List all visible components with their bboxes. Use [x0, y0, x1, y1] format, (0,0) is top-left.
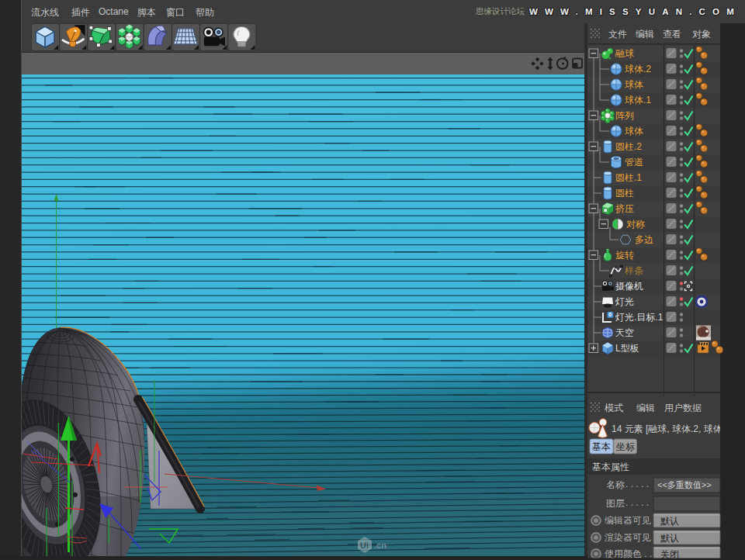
svg-text:多边: 多边: [635, 234, 653, 245]
svg-text:摄像机: 摄像机: [615, 281, 643, 292]
svg-text:. . . . .: . . . . .: [625, 479, 649, 489]
svg-text:球体.1: 球体.1: [625, 95, 651, 105]
svg-text:文件: 文件: [608, 29, 627, 40]
svg-text:使用颜色 . .: 使用颜色 . .: [605, 548, 652, 559]
svg-text:渲染器可见: 渲染器可见: [605, 532, 651, 543]
svg-text:基本: 基本: [592, 441, 611, 452]
svg-text:球体: 球体: [625, 79, 643, 90]
svg-text:挤压: 挤压: [615, 203, 634, 214]
svg-text:编辑: 编辑: [636, 403, 655, 413]
svg-text:模式: 模式: [605, 403, 623, 413]
svg-text:灯光: 灯光: [615, 296, 634, 307]
svg-text:球体.2: 球体.2: [625, 64, 651, 74]
svg-text:Ui: Ui: [360, 541, 369, 550]
svg-text:用户数据: 用户数据: [664, 403, 702, 413]
svg-text:L型板: L型板: [615, 343, 639, 354]
svg-text:圆柱.1: 圆柱.1: [615, 172, 642, 183]
svg-text:天空: 天空: [615, 327, 634, 338]
svg-text:对称: 对称: [626, 219, 645, 230]
svg-text:对象: 对象: [692, 29, 711, 40]
svg-text:. . . . .: . . . . .: [625, 497, 649, 508]
svg-text:名称: 名称: [606, 479, 625, 490]
svg-text:管道: 管道: [625, 157, 643, 168]
svg-text:默认: 默认: [660, 533, 679, 544]
svg-text:关闭: 关闭: [660, 549, 679, 560]
svg-text:14 元素 [融球, 球体.2, 球体, 球: 14 元素 [融球, 球体.2, 球体, 球: [612, 423, 736, 434]
svg-text:旋转: 旋转: [615, 250, 634, 261]
svg-text:.cn: .cn: [374, 541, 386, 550]
svg-text:融球: 融球: [615, 48, 634, 59]
svg-text:<<多重数值>>: <<多重数值>>: [657, 480, 712, 489]
svg-text:阵列: 阵列: [615, 110, 634, 121]
svg-text:编辑: 编辑: [636, 29, 654, 40]
svg-text:圆柱: 圆柱: [615, 188, 634, 199]
svg-text:查看: 查看: [663, 29, 681, 40]
svg-text:基本属性: 基本属性: [592, 461, 629, 472]
svg-text:圆柱.2: 圆柱.2: [615, 141, 642, 152]
svg-text:编辑器可见: 编辑器可见: [605, 515, 651, 526]
svg-text:图层: 图层: [606, 498, 625, 509]
svg-text:样条: 样条: [624, 265, 643, 276]
svg-text:灯光.目标.1: 灯光.目标.1: [615, 312, 664, 323]
svg-text:0: 0: [608, 312, 612, 317]
svg-text:坐标: 坐标: [615, 441, 636, 452]
svg-text:球体: 球体: [625, 126, 643, 137]
svg-text:默认: 默认: [660, 516, 679, 527]
